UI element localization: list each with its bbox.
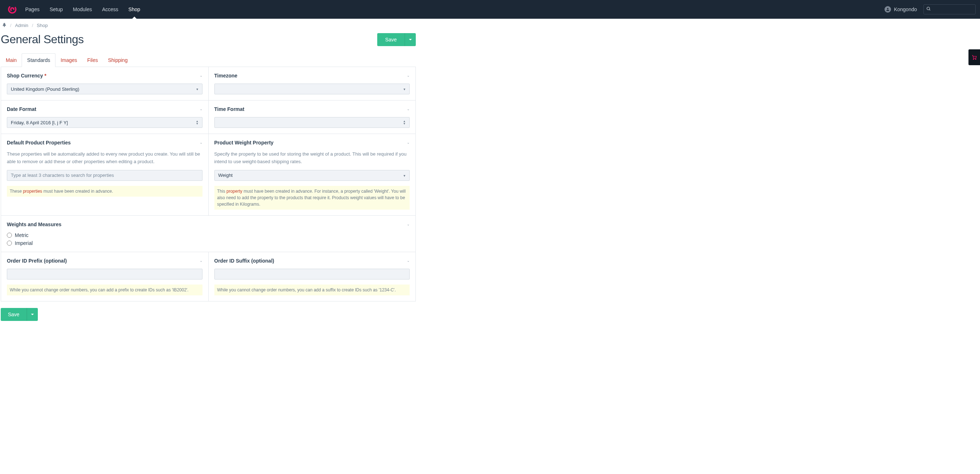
save-dropdown-button[interactable]: [405, 33, 416, 46]
field-timezone: ⌄ Timezone ▾: [208, 67, 416, 100]
radio-imperial[interactable]: Imperial: [7, 240, 410, 246]
bottom-save-group: Save: [1, 308, 416, 321]
tree-icon[interactable]: [2, 22, 6, 29]
tab-images[interactable]: Images: [56, 54, 82, 67]
properties-link[interactable]: properties: [23, 189, 42, 194]
timezone-select[interactable]: [215, 84, 410, 94]
chevron-down-icon[interactable]: ⌄: [407, 107, 410, 111]
cart-icon: [971, 54, 977, 60]
save-button[interactable]: Save: [377, 33, 405, 46]
user-avatar-icon: [885, 6, 891, 13]
search-input[interactable]: [923, 4, 976, 14]
date-format-select[interactable]: Friday, 8 April 2016 [l, j F Y]: [7, 117, 202, 128]
field-default-properties: ⌄ Default Product Properties These prope…: [1, 134, 208, 215]
property-link[interactable]: property: [227, 189, 242, 194]
order-prefix-input[interactable]: [7, 269, 202, 280]
shop-currency-select[interactable]: United Kingdom (Pound Sterling): [7, 84, 202, 94]
tab-standards[interactable]: Standards: [22, 53, 56, 67]
date-format-label: Date Format: [7, 106, 202, 112]
tabs: Main Standards Images Files Shipping: [1, 53, 416, 67]
field-date-format: ⌄ Date Format Friday, 8 April 2016 [l, j…: [1, 100, 208, 134]
nav-pages[interactable]: Pages: [20, 0, 45, 19]
svg-point-0: [8, 5, 17, 14]
weight-property-note: This property must have been created in …: [215, 186, 410, 210]
field-time-format: ⌄ Time Format ▴▾: [208, 100, 416, 134]
field-shop-currency: ⌄ Shop Currency * United Kingdom (Pound …: [1, 67, 208, 100]
chevron-down-icon[interactable]: ⌄: [407, 140, 410, 145]
weight-property-select[interactable]: Weight: [215, 170, 410, 181]
order-prefix-label: Order ID Prefix (optional): [7, 258, 202, 264]
save-button-bottom[interactable]: Save: [1, 308, 27, 321]
time-format-select[interactable]: [215, 117, 410, 128]
form-panel: ⌄ Shop Currency * United Kingdom (Pound …: [1, 67, 416, 301]
breadcrumb-admin[interactable]: Admin: [15, 23, 29, 28]
field-order-suffix: ⌄ Order ID Suffix (optional) While you c…: [208, 252, 416, 301]
chevron-down-icon: [409, 38, 412, 41]
tab-shipping[interactable]: Shipping: [103, 54, 133, 67]
chevron-down-icon[interactable]: ⌄: [200, 259, 202, 262]
search-icon: [926, 6, 931, 12]
svg-point-2: [887, 8, 888, 10]
default-properties-note: These properties must have been created …: [7, 186, 202, 197]
time-format-label: Time Format: [215, 106, 410, 112]
weights-measures-label: Weights and Measures: [7, 221, 410, 227]
default-properties-input[interactable]: [7, 170, 202, 181]
svg-point-1: [10, 7, 14, 11]
field-weights-measures: ⌄ Weights and Measures Metric Imperial: [1, 216, 415, 252]
save-dropdown-button-bottom[interactable]: [27, 308, 38, 321]
svg-point-6: [975, 59, 976, 59]
chevron-down-icon[interactable]: ⌄: [200, 140, 202, 145]
cart-tab[interactable]: [969, 49, 980, 65]
chevron-down-icon: [30, 313, 34, 316]
main-nav: Pages Setup Modules Access Shop: [20, 0, 145, 19]
field-order-prefix: ⌄ Order ID Prefix (optional) While you c…: [1, 252, 208, 301]
order-suffix-note: While you cannot change order numbers, y…: [215, 285, 410, 295]
order-suffix-input[interactable]: [215, 269, 410, 280]
radio-metric[interactable]: Metric: [7, 232, 410, 238]
breadcrumb: / Admin / Shop: [1, 19, 416, 31]
timezone-label: Timezone: [215, 73, 410, 78]
order-suffix-label: Order ID Suffix (optional): [215, 258, 410, 264]
breadcrumb-shop[interactable]: Shop: [37, 23, 48, 28]
required-star: *: [44, 73, 46, 78]
weight-property-desc: Specify the property to be used for stor…: [215, 151, 410, 166]
default-properties-desc: These properties will be automatically a…: [7, 151, 202, 166]
order-prefix-note: While you cannot change order numbers, y…: [7, 285, 202, 295]
chevron-down-icon[interactable]: ⌄: [407, 259, 410, 262]
processwire-logo-icon: [8, 5, 17, 14]
nav-modules[interactable]: Modules: [68, 0, 97, 19]
tab-files[interactable]: Files: [82, 54, 103, 67]
chevron-down-icon[interactable]: ⌄: [407, 222, 410, 226]
svg-point-3: [927, 7, 930, 10]
nav-setup[interactable]: Setup: [45, 0, 68, 19]
topbar: Pages Setup Modules Access Shop Kongondo: [0, 0, 980, 19]
svg-line-4: [929, 10, 930, 10]
page-title: General Settings: [1, 33, 84, 46]
radio-imperial-input[interactable]: [7, 240, 12, 246]
logo[interactable]: [4, 5, 20, 14]
user-menu[interactable]: Kongondo: [885, 6, 917, 13]
nav-access[interactable]: Access: [97, 0, 123, 19]
save-button-group: Save: [377, 33, 416, 46]
chevron-down-icon[interactable]: ⌄: [200, 73, 202, 78]
chevron-down-icon[interactable]: ⌄: [200, 107, 202, 111]
chevron-down-icon[interactable]: ⌄: [407, 73, 410, 78]
svg-point-5: [973, 59, 974, 59]
shop-currency-label: Shop Currency: [7, 73, 43, 78]
search-box: [923, 4, 976, 14]
default-properties-label: Default Product Properties: [7, 140, 202, 146]
weight-property-label: Product Weight Property: [215, 140, 410, 146]
user-name: Kongondo: [894, 6, 917, 12]
field-weight-property: ⌄ Product Weight Property Specify the pr…: [208, 134, 416, 215]
radio-metric-input[interactable]: [7, 233, 12, 238]
tab-main[interactable]: Main: [1, 54, 22, 67]
nav-shop[interactable]: Shop: [123, 0, 145, 19]
